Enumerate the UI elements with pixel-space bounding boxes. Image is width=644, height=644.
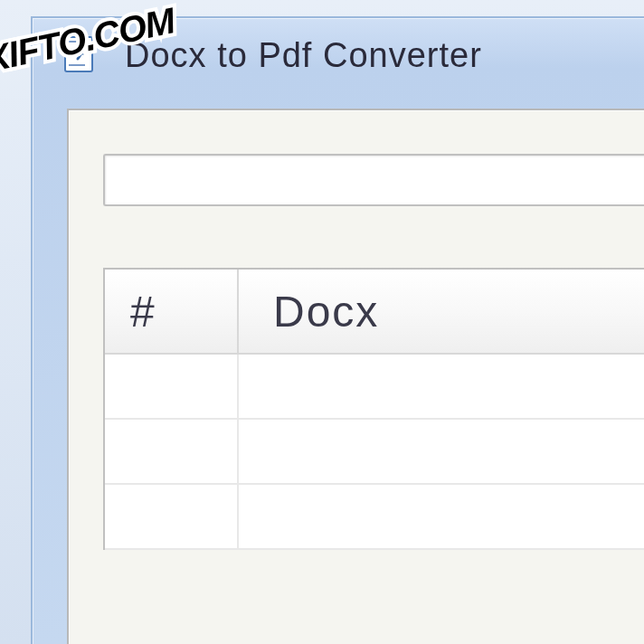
content-panel: # Docx <box>67 109 644 644</box>
column-header-number[interactable]: # <box>105 270 239 353</box>
application-window: Docx to Pdf Converter # Docx <box>31 16 644 644</box>
cell-number <box>105 420 239 483</box>
file-table: # Docx <box>103 268 644 550</box>
table-body <box>105 355 644 550</box>
table-header: # Docx <box>105 270 644 355</box>
cell-number <box>105 355 239 418</box>
cell-number <box>105 485 239 548</box>
path-input[interactable] <box>103 154 644 206</box>
table-row[interactable] <box>105 420 644 485</box>
cell-docx <box>239 355 644 418</box>
cell-docx <box>239 420 644 483</box>
window-title: Docx to Pdf Converter <box>125 36 482 75</box>
table-row[interactable] <box>105 355 644 420</box>
svg-rect-2 <box>69 64 85 66</box>
toolbar <box>69 110 644 206</box>
column-header-docx[interactable]: Docx <box>239 270 644 353</box>
cell-docx <box>239 485 644 548</box>
table-row[interactable] <box>105 485 644 550</box>
